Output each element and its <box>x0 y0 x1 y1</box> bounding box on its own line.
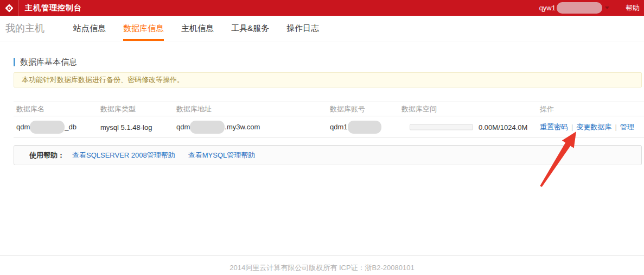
table-header-row: 数据库名 数据库类型 数据库地址 数据库账号 数据库空间 操作 <box>14 102 644 116</box>
nav-tabs: 站点信息 数据库信息 主机信息 工具&服务 操作日志 <box>73 16 336 41</box>
page-title: 数据库基本信息 <box>20 57 77 67</box>
table-row: qdm _db mysql 5.1.48-log qdm .my3w.com q… <box>14 116 644 138</box>
col-actions: 操作 <box>540 104 554 114</box>
db-name-cell: qdm _db <box>16 121 76 134</box>
copyright-text: 2014阿里云计算有限公司版权所有 ICP证：浙B2-20080101 <box>229 264 414 272</box>
main-nav: 我的主机 站点信息 数据库信息 主机信息 工具&服务 操作日志 <box>0 16 644 41</box>
space-progress-bar <box>410 124 473 130</box>
db-address-cell: qdm .my3w.com <box>176 121 260 134</box>
app-title: 主机管理控制台 <box>25 3 82 13</box>
username: qyw1 <box>539 4 556 12</box>
section-header: 数据库基本信息 <box>14 57 642 67</box>
notice-banner: 本功能针对数据库数据进行备份、密码修改等操作。 <box>14 72 642 88</box>
notice-text: 本功能针对数据库数据进行备份、密码修改等操作。 <box>22 75 184 85</box>
action-separator: | <box>615 123 616 131</box>
nav-home-my-host[interactable]: 我的主机 <box>5 22 44 35</box>
redacted-db-address-blob <box>190 121 225 134</box>
footer: 2014阿里云计算有限公司版权所有 ICP证：浙B2-20080101 <box>0 255 644 273</box>
col-db-address: 数据库地址 <box>176 104 212 114</box>
db-space-cell: 0.00M/1024.0M <box>401 123 527 131</box>
topbar: 主机管理控制台 qyw1 帮助 <box>0 0 644 16</box>
space-usage-text: 0.00M/1024.0M <box>479 123 527 131</box>
col-db-name: 数据库名 <box>16 104 44 114</box>
database-table: 数据库名 数据库类型 数据库地址 数据库账号 数据库空间 操作 qdm _db … <box>14 102 644 138</box>
help-box-label: 使用帮助： <box>29 151 65 160</box>
col-db-account: 数据库账号 <box>330 104 365 114</box>
redacted-db-name-blob <box>30 121 65 134</box>
mysql-help-link[interactable]: 查看MYSQL管理帮助 <box>188 151 256 160</box>
manage-link[interactable]: 管理 <box>620 122 634 132</box>
usage-help-box: 使用帮助： 查看SQLSERVER 2008管理帮助 查看MYSQL管理帮助 <box>14 145 642 165</box>
logo <box>0 0 18 16</box>
help-link[interactable]: 帮助 <box>626 3 640 13</box>
tab-site-info[interactable]: 站点信息 <box>73 16 106 41</box>
sqlserver-help-link[interactable]: 查看SQLSERVER 2008管理帮助 <box>72 151 175 160</box>
db-account-cell: qdm1 <box>330 121 381 134</box>
redacted-db-account-blob <box>348 121 381 134</box>
reset-password-link[interactable]: 重置密码 <box>540 122 568 132</box>
tab-tools-services[interactable]: 工具&服务 <box>231 16 269 41</box>
tab-database-info[interactable]: 数据库信息 <box>123 16 164 41</box>
tab-operation-log[interactable]: 操作日志 <box>286 16 319 41</box>
action-separator: | <box>571 123 573 131</box>
db-type-cell: mysql 5.1.48-log <box>100 123 152 131</box>
chevron-down-icon <box>605 7 609 9</box>
redacted-username-blob <box>557 2 602 14</box>
user-menu[interactable]: qyw1 <box>539 2 609 14</box>
aliyun-logo-icon <box>4 3 14 13</box>
change-database-link[interactable]: 变更数据库 <box>576 122 611 132</box>
actions-cell: 重置密码 | 变更数据库 | 管理 <box>540 122 634 132</box>
title-accent-bar <box>14 58 15 66</box>
col-db-type: 数据库类型 <box>100 104 136 114</box>
col-db-space: 数据库空间 <box>401 104 437 114</box>
tab-host-info[interactable]: 主机信息 <box>181 16 214 41</box>
